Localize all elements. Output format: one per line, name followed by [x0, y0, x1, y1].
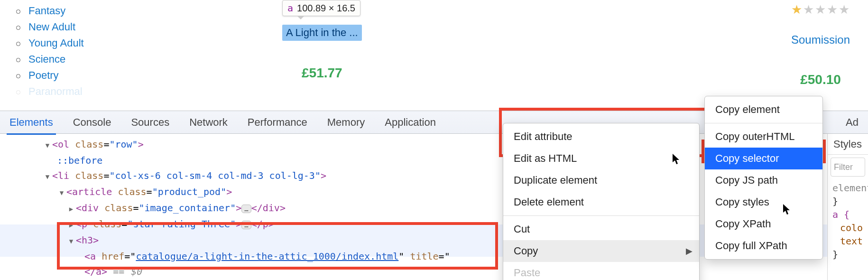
- tab-network[interactable]: Network: [189, 116, 228, 129]
- sidebar-item[interactable]: Poetry: [9, 69, 84, 82]
- ctx-edit-attribute[interactable]: Edit attribute: [503, 126, 699, 148]
- devtools-body: ▼<ol class="row"> ::before ▼<li class="c…: [0, 134, 868, 280]
- tab-sources[interactable]: Sources: [131, 116, 169, 129]
- category-link[interactable]: Young Adult: [28, 37, 84, 49]
- sidebar-item[interactable]: Paranormal: [9, 85, 84, 98]
- category-link[interactable]: Poetry: [28, 69, 59, 81]
- tab-truncated[interactable]: Ad: [846, 116, 859, 129]
- context-menu[interactable]: Edit attribute Edit as HTML Duplicate el…: [503, 123, 700, 280]
- product-card-left: a 100.89 × 16.5 A Light in the ... £51.7…: [282, 0, 362, 81]
- ctx-delete-element[interactable]: Delete element: [503, 191, 699, 213]
- ctx-paste[interactable]: Paste: [503, 262, 699, 280]
- sidebar-item[interactable]: Fantasy: [9, 5, 84, 17]
- category-link[interactable]: Science: [28, 53, 65, 65]
- ctx-copy-outerhtml[interactable]: Copy outerHTML: [705, 126, 822, 148]
- ctx-copy-label: Copy: [514, 245, 538, 257]
- category-link[interactable]: New Adult: [28, 21, 75, 33]
- ctx-copy-selector[interactable]: Copy selector: [705, 148, 822, 169]
- ctx-separator: [503, 215, 699, 216]
- tab-application[interactable]: Application: [385, 116, 436, 129]
- styles-filter-input[interactable]: Filter: [831, 158, 865, 177]
- tab-styles[interactable]: Styles: [833, 137, 862, 152]
- ctx-copy-styles[interactable]: Copy styles: [705, 191, 822, 213]
- sidebar-item[interactable]: Science: [9, 53, 84, 65]
- selected-link-text[interactable]: A Light in the ...: [282, 25, 362, 41]
- tab-console[interactable]: Console: [73, 116, 111, 129]
- tab-memory[interactable]: Memory: [327, 116, 365, 129]
- sidebar-item[interactable]: New Adult: [9, 21, 84, 33]
- ctx-copy-full-xpath[interactable]: Copy full XPath: [705, 235, 822, 257]
- ctx-cut[interactable]: Cut: [503, 218, 699, 240]
- product-price: £51.77: [282, 65, 362, 81]
- ctx-separator: [705, 123, 822, 123]
- devtools-panel: Elements Console Sources Network Perform…: [0, 111, 868, 280]
- ctx-copy-element[interactable]: Copy element: [705, 99, 822, 121]
- category-link[interactable]: Fantasy: [28, 5, 65, 17]
- mouse-cursor-icon: [673, 154, 681, 167]
- product-card-right: ★★★★★ Soumission £50.10: [773, 0, 868, 87]
- ellipsis-icon[interactable]: …: [241, 221, 251, 229]
- css-selector: element: [832, 182, 868, 194]
- ellipsis-icon[interactable]: …: [241, 205, 251, 213]
- page-content-area: Fantasy New Adult Young Adult Science Po…: [0, 0, 868, 110]
- star-rating: ★★★★★: [773, 2, 868, 17]
- ctx-copy-xpath[interactable]: Copy XPath: [705, 213, 822, 235]
- css-property[interactable]: colo: [832, 221, 866, 234]
- category-sidebar: Fantasy New Adult Young Adult Science Po…: [9, 0, 84, 102]
- ctx-copy[interactable]: Copy▶: [503, 240, 699, 262]
- chevron-right-icon: ▶: [686, 243, 693, 259]
- css-brace: }: [832, 248, 866, 261]
- css-brace: }: [832, 195, 866, 208]
- css-property[interactable]: text: [832, 234, 866, 248]
- styles-rules: element } a { colo text }: [828, 179, 868, 263]
- copy-submenu[interactable]: Copy element Copy outerHTML Copy selecto…: [704, 96, 823, 260]
- category-link[interactable]: Paranormal: [28, 85, 83, 97]
- styles-tabs: Styles: [828, 134, 868, 155]
- tooltip-dimensions: 100.89 × 16.5: [297, 3, 355, 14]
- sidebar-item[interactable]: Young Adult: [9, 37, 84, 49]
- ctx-duplicate-element[interactable]: Duplicate element: [503, 169, 699, 191]
- tooltip-tag: a: [287, 2, 293, 14]
- ctx-copy-js-path[interactable]: Copy JS path: [705, 169, 822, 191]
- styles-sidebar: Styles Filter element } a { colo text }: [827, 134, 868, 280]
- product-price: £50.10: [773, 72, 868, 87]
- tab-elements[interactable]: Elements: [9, 116, 53, 129]
- product-title-link[interactable]: Soumission: [773, 33, 868, 47]
- css-selector: a {: [832, 208, 866, 221]
- tab-performance[interactable]: Performance: [248, 116, 307, 129]
- ctx-edit-as-html[interactable]: Edit as HTML: [503, 148, 699, 169]
- element-inspect-tooltip: a 100.89 × 16.5: [282, 0, 360, 16]
